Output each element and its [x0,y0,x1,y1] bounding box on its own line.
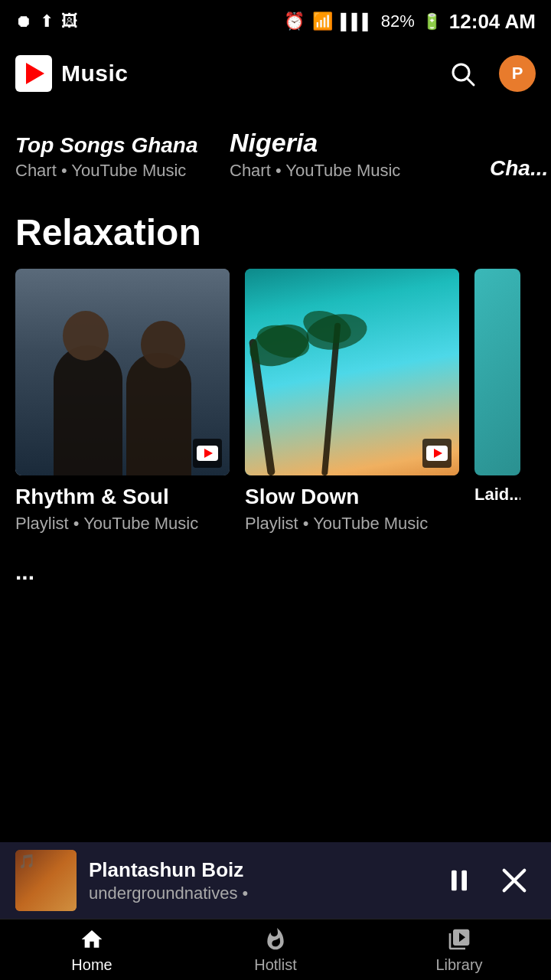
upload-icon: ⬆ [40,11,54,31]
play-triangle [26,63,44,84]
chart-item-ghana[interactable]: Top Songs Ghana Chart • YouTube Music [0,133,214,188]
chart-item-nigeria[interactable]: Nigeria Chart • YouTube Music [214,128,474,188]
header-actions: P [444,55,536,92]
card-info-slowdown: Slow Down Playlist • YouTube Music [245,475,459,536]
nav-hotlist[interactable]: Hotlist [184,920,367,980]
card-title-rhythm: Rhythm & Soul [15,485,230,509]
card-laid-partial[interactable]: Laid... [474,269,520,536]
mini-player-info: Plantashun Boiz undergroundnatives • [89,858,425,903]
alarm-icon: ⏰ [284,11,305,31]
avatar[interactable]: P [499,55,536,92]
chart-item-partial[interactable]: Cha... [474,156,551,188]
app-name: Music [61,60,129,87]
youtube-logo-icon [15,55,52,92]
charts-section: Top Songs Ghana Chart • YouTube Music Ni… [0,104,551,196]
svg-line-1 [468,79,474,85]
chart-title-nigeria: Nigeria [230,128,459,158]
status-bar: ⏺ ⬆ 🖼 ⏰ 📶 ▌▌▌ 82% 🔋 12:04 AM [0,0,551,43]
record-icon: ⏺ [15,11,32,31]
mini-player-artist: undergroundnatives • [89,884,425,903]
card-title-partial: Laid... [474,485,520,505]
photo-icon: 🖼 [61,11,78,31]
mini-player[interactable]: 🎵 Plantashun Boiz undergroundnatives • [0,842,551,919]
card-thumb-slowdown [245,269,459,475]
search-button[interactable] [444,55,481,92]
card-thumb-rhythm [15,269,230,475]
card-rhythm-soul[interactable]: Rhythm & Soul Playlist • YouTube Music [15,269,230,536]
status-time: 12:04 AM [449,10,536,34]
mini-player-thumb: 🎵 [15,850,77,911]
upcoming-label: ... [15,559,536,585]
card-info-rhythm: Rhythm & Soul Playlist • YouTube Music [15,475,230,536]
chart-title: Top Songs Ghana [15,133,199,158]
card-title-slowdown: Slow Down [245,485,459,509]
nav-hotlist-label: Hotlist [254,956,297,974]
youtube-play-overlay [193,439,222,468]
logo-area: Music [15,55,129,92]
relaxation-section: Relaxation [0,196,551,544]
fire-icon [262,926,289,953]
chart-title-partial: Cha... [490,156,551,181]
nav-library[interactable]: Library [367,920,551,980]
pause-button[interactable] [438,859,481,902]
app-header: Music P [0,43,551,104]
card-slow-down[interactable]: Slow Down Playlist • YouTube Music [245,269,459,536]
bottom-nav: Home Hotlist Library [0,919,551,980]
status-right-icons: ⏰ 📶 ▌▌▌ 82% 🔋 12:04 AM [284,10,536,34]
card-meta-rhythm: Playlist • YouTube Music [15,512,230,536]
nav-library-label: Library [435,956,482,974]
section-title-relaxation: Relaxation [0,211,551,253]
chart-subtitle: Chart • YouTube Music [15,161,199,181]
relaxation-cards-row: Rhythm & Soul Playlist • YouTube Music [0,269,551,536]
mini-player-title: Plantashun Boiz [89,858,425,882]
card-info-partial: Laid... [474,475,520,505]
svg-rect-2 [452,871,457,891]
nav-home[interactable]: Home [0,920,184,980]
home-icon [78,926,106,953]
upcoming-section: ... [0,544,551,585]
nav-home-label: Home [71,956,112,974]
chart-subtitle-nigeria: Chart • YouTube Music [230,161,459,181]
close-button[interactable] [493,859,536,902]
battery-icon: 🔋 [422,12,442,31]
signal-icon: ▌▌▌ [341,13,373,31]
svg-rect-3 [461,871,467,891]
battery-percent: 82% [381,11,415,31]
youtube-play-overlay-slowdown [422,439,452,468]
status-left-icons: ⏺ ⬆ 🖼 [15,11,78,31]
library-icon [445,926,473,953]
mini-player-controls [438,859,536,902]
wifi-icon: 📶 [312,11,333,31]
card-meta-slowdown: Playlist • YouTube Music [245,512,459,536]
